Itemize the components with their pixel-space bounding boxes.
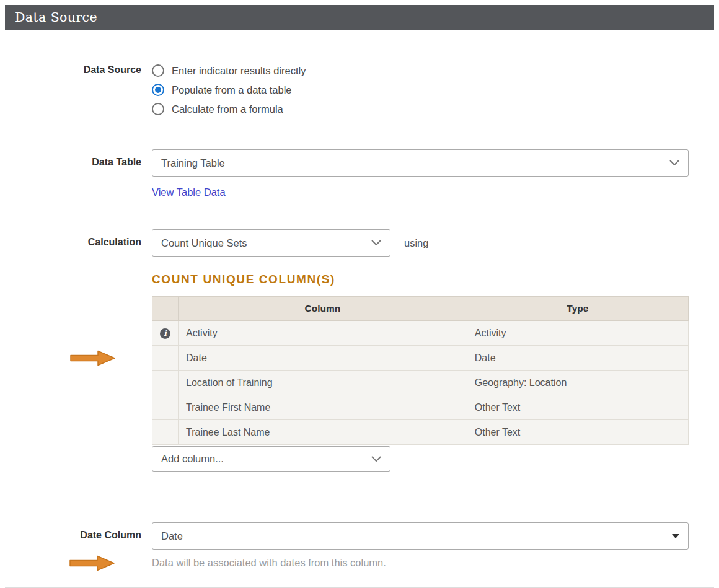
table-row: i Activity Activity [152,321,689,346]
radio-unselected-icon [152,103,164,115]
calculation-row: Calculation Count Unique Sets using [5,229,714,257]
column-cell: Trainee First Name [179,395,467,420]
calculation-control: Count Unique Sets using [152,229,428,257]
view-table-data-link[interactable]: View Table Data [152,186,226,198]
column-cell: Date [179,346,467,371]
radio-label: Populate from a data table [172,84,292,96]
annotation-arrow [70,349,116,366]
date-column-select[interactable]: Date [152,522,689,550]
type-cell: Date [467,346,688,371]
radio-label: Calculate from a formula [172,103,283,115]
using-text: using [404,229,428,257]
calculation-select-value: Count Unique Sets [161,237,247,249]
count-unique-heading: COUNT UNIQUE COLUMN(S) [152,273,714,286]
icon-cell [152,420,179,445]
column-header: Column [179,297,467,321]
calculation-label: Calculation [5,229,152,257]
section-title: Data Source [15,10,97,25]
data-table-select[interactable]: Training Table [152,149,689,177]
section-header: Data Source [5,5,714,30]
type-cell: Other Text [467,395,688,420]
data-table-row: Data Table Training Table View Table Dat… [5,149,714,198]
data-table-label: Data Table [5,149,152,198]
radio-unselected-icon [152,64,164,77]
table-row: Trainee First Name Other Text [152,395,689,420]
radio-calculate-formula[interactable]: Calculate from a formula [152,102,306,116]
data-table-select-value: Training Table [161,157,225,169]
type-header: Type [467,297,688,321]
radio-label: Enter indicator results directly [172,65,306,77]
radio-populate-from-table[interactable]: Populate from a data table [152,82,306,97]
table-header-row: Column Type [152,297,689,321]
help-text: Data will be associated with dates from … [152,557,386,568]
column-cell: Trainee Last Name [179,420,467,445]
icon-cell: i [152,321,179,346]
info-icon[interactable]: i [160,328,170,339]
add-column-select[interactable]: Add column... [152,446,390,472]
calculation-select[interactable]: Count Unique Sets [152,229,390,257]
columns-table: Column Type i Activity Activity [152,296,689,445]
add-column-select-value: Add column... [161,453,224,465]
data-source-page: Data Source Data Source Enter indicator … [0,0,719,588]
column-cell: Location of Training [179,371,467,395]
chevron-down-icon [371,240,381,246]
radio-enter-directly[interactable]: Enter indicator results directly [152,63,306,78]
table-row: Date Date [152,346,689,371]
annotation-arrow [69,555,115,571]
table-row: Location of Training Geography: Location [152,371,689,395]
chevron-down-icon [371,456,381,462]
table-row: Trainee Last Name Other Text [152,420,689,445]
column-cell: Activity [179,321,467,346]
data-source-radio-group: Enter indicator results directly Populat… [152,63,306,121]
icon-cell [152,371,179,395]
icon-cell [152,395,179,420]
icon-cell [152,346,179,371]
icon-column-header [152,297,179,321]
date-column-control: Date Data will be associated with dates … [152,522,689,569]
type-cell: Activity [467,321,688,346]
caret-down-icon [672,534,679,538]
data-source-label: Data Source [5,63,152,121]
data-source-form: Data Source Enter indicator results dire… [5,30,714,569]
count-unique-section: COUNT UNIQUE COLUMN(S) Column Type i [152,273,714,472]
data-source-row: Data Source Enter indicator results dire… [5,63,714,121]
date-column-help-text: Data will be associated with dates from … [152,557,386,569]
date-column-select-value: Date [161,530,183,542]
type-cell: Geography: Location [467,371,688,395]
chevron-down-icon [669,160,679,166]
radio-selected-icon [152,84,164,96]
type-cell: Other Text [467,420,688,445]
data-table-control: Training Table View Table Data [152,149,689,198]
date-column-row: Date Column Date Data will be associated… [5,522,714,569]
